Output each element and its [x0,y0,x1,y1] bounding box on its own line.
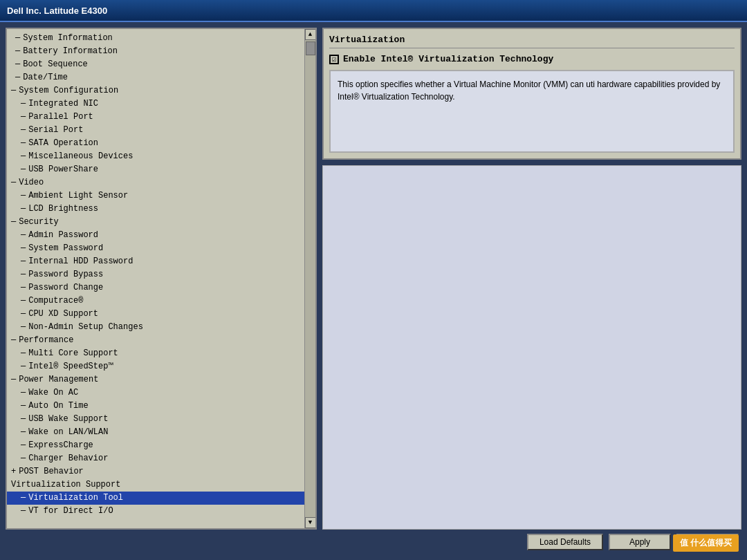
left-scrollbar: ▲ ▼ [304,29,315,528]
nav-item-label: Video [19,176,44,189]
nav-item-label: Wake on LAN/WLAN [28,426,108,439]
nav-item-date-time[interactable]: —Date/Time [7,71,315,84]
nav-dash: — [21,400,26,413]
nav-dash: — [21,111,26,124]
nav-dash: — [21,268,26,281]
nav-item-label: System Password [28,242,103,255]
nav-prefix: — [11,334,16,347]
title-bar: Dell Inc. Latitude E4300 [0,0,747,22]
nav-item-system-configuration[interactable]: — System Configuration [7,84,315,97]
nav-item-virtualization-tool[interactable]: —Virtualization Tool [7,492,315,505]
nav-item-lcd-brightness[interactable]: —LCD Brightness [7,203,315,216]
nav-item-label: Parallel Port [28,111,93,124]
nav-item-ambient-light-sensor[interactable]: —Ambient Light Sensor [7,189,315,203]
nav-item-label: SATA Operation [28,137,98,150]
nav-dash: — [21,452,26,465]
load-defaults-button[interactable]: Load Defaults [527,534,603,550]
nav-item-wake-on-ac[interactable]: —Wake On AC [7,386,315,400]
nav-dash: — [15,32,20,45]
virtualization-section-title: Virtualization [329,35,735,48]
nav-prefix: — [11,176,16,189]
nav-dash: — [21,386,26,400]
nav-item-label: Security [19,216,59,229]
nav-item-battery-information[interactable]: —Battery Information [7,45,315,58]
virtualization-checkbox-row: ☑ Enable Intel® Virtualization Technolog… [329,54,735,64]
nav-item-post-behavior[interactable]: + POST Behavior [7,465,315,478]
nav-item-serial-port[interactable]: —Serial Port [7,124,315,137]
nav-item-internal-hdd-password[interactable]: —Internal HDD Password [7,255,315,268]
nav-dash: — [15,45,20,58]
nav-dash: — [21,321,26,334]
nav-dash: — [21,163,26,176]
left-navigation-panel: —System Information—Battery Information—… [6,28,317,530]
nav-item-label: ExpressCharge [28,439,93,452]
nav-item-system-password[interactable]: —System Password [7,242,315,255]
virtualization-box: Virtualization ☑ Enable Intel® Virtualiz… [322,28,741,160]
nav-item-label: System Configuration [19,84,118,97]
right-panel: Virtualization ☑ Enable Intel® Virtualiz… [322,28,741,530]
nav-item-label: Date/Time [23,71,68,84]
bios-title: Dell Inc. Latitude E4300 [7,6,107,16]
nav-item-computrace[interactable]: —Computrace® [7,295,315,308]
nav-dash: — [21,308,26,321]
nav-item-label: POST Behavior [19,465,84,478]
description-text: This option specifies whether a Virtual … [338,78,726,103]
nav-item-wake-on-lan[interactable]: —Wake on LAN/WLAN [7,426,315,439]
bottom-bar: Load Defaults Apply Exit [6,530,741,554]
scroll-thumb[interactable] [306,41,315,55]
nav-item-label: Internal HDD Password [28,255,133,268]
nav-item-performance[interactable]: — Performance [7,334,315,347]
nav-item-vt-for-direct-io[interactable]: —VT for Direct I/O [7,505,315,518]
nav-dash: — [15,58,20,71]
nav-item-label: Serial Port [28,124,83,137]
nav-item-parallel-port[interactable]: —Parallel Port [7,111,315,124]
nav-prefix: — [11,216,16,229]
nav-list: —System Information—Battery Information—… [7,29,315,528]
nav-item-security[interactable]: — Security [7,216,315,229]
scroll-down-arrow[interactable]: ▼ [305,517,316,528]
nav-item-video[interactable]: — Video [7,176,315,189]
nav-item-label: USB Wake Support [28,413,108,426]
nav-item-virtualization-support[interactable]: Virtualization Support [7,478,315,492]
nav-item-intel-speedstep[interactable]: —Intel® SpeedStep™ [7,360,315,373]
nav-item-auto-on-time[interactable]: —Auto On Time [7,400,315,413]
scroll-up-arrow[interactable]: ▲ [305,29,316,40]
nav-dash: — [21,281,26,295]
nav-item-label: CPU XD Support [28,308,98,321]
nav-item-admin-password[interactable]: —Admin Password [7,229,315,242]
nav-item-multi-core-support[interactable]: —Multi Core Support [7,347,315,360]
nav-dash: — [21,242,26,255]
nav-item-cpu-xd-support[interactable]: —CPU XD Support [7,308,315,321]
nav-item-label: Computrace® [28,295,83,308]
nav-item-system-information[interactable]: —System Information [7,32,315,45]
nav-item-power-management[interactable]: — Power Management [7,373,315,386]
nav-item-usb-wake-support[interactable]: —USB Wake Support [7,413,315,426]
nav-item-miscellaneous-devices[interactable]: —Miscellaneous Devices [7,150,315,163]
nav-dash: — [21,229,26,242]
nav-item-non-admin-setup[interactable]: —Non-Admin Setup Changes [7,321,315,334]
nav-item-label: Ambient Light Sensor [28,189,128,203]
nav-item-label: Intel® SpeedStep™ [28,360,113,373]
nav-dash: — [15,71,20,84]
apply-button[interactable]: Apply [609,534,671,550]
nav-item-label: LCD Brightness [28,203,98,216]
nav-dash: — [21,203,26,216]
nav-dash: — [21,439,26,452]
nav-item-usb-powershare[interactable]: —USB PowerShare [7,163,315,176]
nav-item-integrated-nic[interactable]: —Integrated NIC [7,97,315,111]
description-box: This option specifies whether a Virtual … [329,70,735,153]
nav-item-boot-sequence[interactable]: —Boot Sequence [7,58,315,71]
enable-virtualization-checkbox[interactable]: ☑ [329,55,339,64]
nav-item-label: Non-Admin Setup Changes [28,321,143,334]
nav-item-password-bypass[interactable]: —Password Bypass [7,268,315,281]
nav-dash: — [21,97,26,111]
nav-dash: — [21,295,26,308]
enable-virtualization-label: Enable Intel® Virtualization Technology [343,54,553,64]
nav-item-sata-operation[interactable]: —SATA Operation [7,137,315,150]
nav-item-label: Power Management [19,373,98,386]
nav-item-charger-behavior[interactable]: —Charger Behavior [7,452,315,465]
nav-item-expresscharge[interactable]: —ExpressCharge [7,439,315,452]
nav-item-password-change[interactable]: —Password Change [7,281,315,295]
nav-item-label: Miscellaneous Devices [28,150,133,163]
bios-main: —System Information—Battery Information—… [0,22,747,560]
